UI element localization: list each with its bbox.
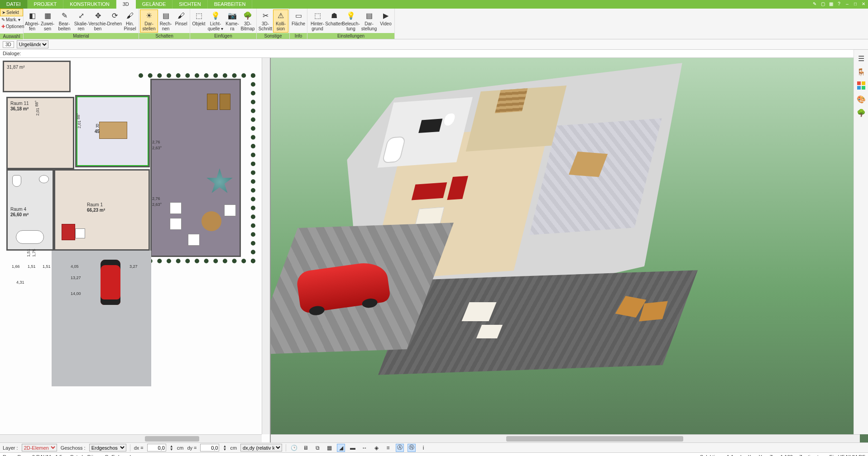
- 3d-cube-icon[interactable]: ◈: [372, 444, 380, 452]
- tab-projekt[interactable]: PROJEKT: [28, 0, 64, 9]
- beleuchtung-button[interactable]: 💡Beleuch-tung: [342, 10, 360, 33]
- dim-value: 2,76: [152, 140, 160, 144]
- tab-datei[interactable]: DATEI: [0, 0, 28, 9]
- pinsel-button[interactable]: 🖌Pinsel: [173, 10, 189, 28]
- main-menu-tabs: DATEI PROJEKT KONSTRUKTION 3D GELÄNDE SI…: [0, 0, 868, 9]
- darstellen-button[interactable]: ☀Dar-stellen: [140, 10, 158, 33]
- circle-a-icon[interactable]: Ⓐ: [396, 444, 404, 452]
- button-label: Schatten: [325, 22, 343, 27]
- clock-icon[interactable]: 🕒: [290, 444, 298, 452]
- drehen-icon: ⟳: [110, 11, 120, 21]
- status-scale: 1:100: [780, 454, 793, 456]
- pencil-icon[interactable]: ✎: [811, 0, 818, 7]
- box-icon[interactable]: ▢: [819, 0, 826, 7]
- monitor-icon[interactable]: 🖥: [302, 444, 310, 452]
- angle-snap-icon[interactable]: ◢: [337, 444, 345, 452]
- scrollbar-vertical-2d[interactable]: [262, 58, 270, 434]
- kamera-button[interactable]: 📷Kame-ra: [225, 10, 240, 33]
- tree-icon[interactable]: 🌳: [856, 108, 866, 118]
- coord-mode-select[interactable]: dx,dy (relativ ka: [240, 444, 282, 451]
- schatten-button[interactable]: ☗Schatten: [326, 10, 342, 28]
- layers-icon[interactable]: ☰: [856, 53, 866, 63]
- spin-buttons[interactable]: ▲▼: [223, 445, 226, 451]
- tab-konstruktion[interactable]: KONSTRUKTION: [63, 0, 116, 9]
- hintergrund-button[interactable]: ⬚Hinter-grund: [308, 10, 326, 33]
- room11-area: 36,18 m²: [10, 106, 29, 111]
- darstellung-button[interactable]: ▤Dar-stellung: [360, 10, 378, 33]
- abgreifen-button[interactable]: ◧Abgrei-fen: [24, 10, 40, 33]
- dy-input[interactable]: [200, 444, 219, 451]
- button-label: Zuwei-: [41, 22, 54, 27]
- 3dbitmap-button[interactable]: 🌳3D-Bitmap: [240, 10, 255, 33]
- lichtquelle-button[interactable]: 💡Licht-quelle ▾: [206, 10, 225, 33]
- kollision-button[interactable]: ⚠Kolli-sion: [273, 10, 288, 33]
- zuweisen-button[interactable]: ▦Zuwei-sen: [40, 10, 55, 33]
- room4-name: Raum 4: [10, 207, 29, 212]
- scrollbar-horizontal-2d[interactable]: [0, 434, 262, 442]
- abgreifen-icon: ◧: [27, 11, 37, 21]
- group-label: Einstellungen: [307, 33, 394, 39]
- layer-select[interactable]: 2D-Elemen: [22, 444, 57, 451]
- skalieren-button[interactable]: ⤢Skalie-ren: [73, 10, 89, 33]
- group-label: Schatten: [139, 33, 190, 39]
- bearbeiten-button[interactable]: ✎Bear-beiten: [55, 10, 73, 33]
- svg-rect-0: [857, 81, 861, 85]
- skalieren-icon: ⤢: [76, 11, 86, 21]
- info-icon[interactable]: i: [419, 444, 427, 452]
- flaeche-button[interactable]: ▭Fläche: [291, 10, 306, 28]
- mark-button[interactable]: ✎ Mark. ▾: [0, 16, 23, 23]
- furniture-icon[interactable]: 🪑: [856, 67, 866, 77]
- dimension-icon[interactable]: ↔: [360, 444, 369, 452]
- 3d-perspective-view[interactable]: [271, 58, 868, 442]
- lines-icon[interactable]: ≡: [384, 444, 392, 452]
- grid-snap-icon[interactable]: ▦: [325, 444, 333, 452]
- close-icon[interactable]: ✕: [860, 0, 867, 7]
- dialoge-label: Dialoge:: [3, 51, 21, 56]
- dy-label: dy =: [187, 445, 197, 451]
- view-dropdown[interactable]: Urgelände: [17, 40, 48, 48]
- flaeche-icon: ▭: [293, 11, 303, 21]
- circle-n-icon[interactable]: Ⓝ: [408, 444, 416, 452]
- spin-buttons[interactable]: ▲▼: [170, 445, 173, 451]
- drehen-button[interactable]: ⟳Drehen: [107, 10, 122, 28]
- rechnen-button[interactable]: ▤Rech-nen: [158, 10, 173, 33]
- help-icon[interactable]: ?: [835, 0, 843, 7]
- sink-2d: [39, 175, 49, 183]
- scrollbar-thumb[interactable]: [506, 436, 683, 442]
- button-label: stellen: [143, 27, 156, 32]
- ribbon-group-sonstige: ✂3D-Schnitt⚠Kolli-sionSonstige: [257, 9, 290, 39]
- options-button[interactable]: ✚ Optionen: [0, 23, 23, 30]
- wall-icon[interactable]: ▬: [349, 444, 357, 452]
- tab-gelaende[interactable]: GELÄNDE: [136, 0, 173, 9]
- grid-icon[interactable]: ▦: [827, 0, 834, 7]
- swatches-icon[interactable]: [856, 81, 866, 90]
- geschoss-select[interactable]: Erdgeschos: [89, 444, 126, 451]
- scrollbar-thumb[interactable]: [145, 436, 199, 442]
- color-icon[interactable]: 🎨: [856, 94, 866, 104]
- status-z: Z:: [770, 454, 774, 456]
- tab-sichten[interactable]: SICHTEN: [173, 0, 207, 9]
- scrollbar-horizontal-3d[interactable]: [271, 434, 860, 442]
- duplicate-icon[interactable]: ⧉: [313, 444, 321, 452]
- zuweisen-icon: ▦: [43, 11, 53, 21]
- sofa-red-2d: [62, 224, 75, 240]
- minimize-icon[interactable]: –: [844, 0, 851, 7]
- 3dschnitt-button[interactable]: ✂3D-Schnitt: [258, 10, 273, 33]
- ribbon-group-einstellungen: ⬚Hinter-grund☗Schatten💡Beleuch-tung▤Dar-…: [307, 9, 395, 39]
- video-button[interactable]: ▶Video: [378, 10, 393, 28]
- dining-table: [99, 122, 127, 139]
- tab-bearbeiten[interactable]: BEARBEITEN: [208, 0, 253, 9]
- 2d-floorplan-view[interactable]: 31,87 m² Raum 11 36,18 m² Raum 3 45,42 m…: [0, 58, 271, 442]
- button-label: Abgrei-: [25, 22, 39, 27]
- verschieben-button[interactable]: ✥Verschie-ben: [89, 10, 107, 33]
- tab-3d[interactable]: 3D: [116, 0, 136, 9]
- select-button[interactable]: ➤ Selekt: [0, 9, 23, 16]
- dx-input[interactable]: [147, 444, 166, 451]
- hinpinsel-button[interactable]: 🖌Hin.Pinsel: [122, 10, 138, 33]
- objekt-button[interactable]: ⬚Objekt: [191, 10, 206, 28]
- maximize-icon[interactable]: □: [852, 0, 859, 7]
- toilet-2d: [12, 175, 21, 187]
- group-label: Sonstige: [257, 33, 289, 39]
- chevron-down-icon: ▾: [18, 17, 20, 22]
- 3dbitmap-icon: 🌳: [243, 11, 253, 21]
